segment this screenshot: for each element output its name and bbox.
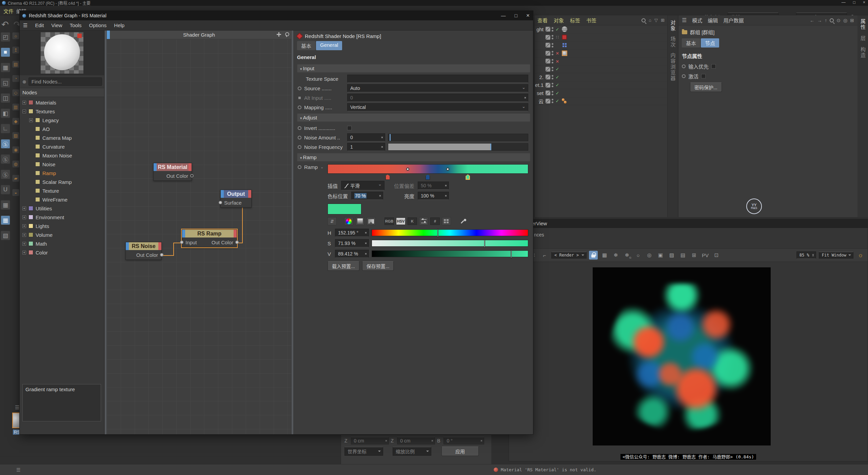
graph-node-output[interactable]: OutputSurface xyxy=(220,190,252,208)
maximize-button[interactable]: □ xyxy=(853,0,855,5)
object-row[interactable]: .2✓ xyxy=(535,73,667,81)
texture-mode-icon[interactable]: ▦ xyxy=(1,63,10,72)
menu-view[interactable]: View xyxy=(51,22,62,28)
visibility-dots[interactable] xyxy=(552,83,553,87)
visibility-dots[interactable] xyxy=(552,99,553,103)
lock-icon[interactable] xyxy=(589,251,598,260)
material-preview[interactable] xyxy=(41,32,83,74)
hsv-mode-button[interactable]: HSV xyxy=(396,217,406,225)
dots-4-icon[interactable]: ◒ xyxy=(12,189,19,196)
enable-state-icon[interactable]: ✓ xyxy=(555,82,560,88)
tree-item-maxon-noise[interactable]: Maxon Noise xyxy=(20,151,104,160)
gradient-editor[interactable] xyxy=(328,164,528,180)
workplane-icon[interactable]: ▦ xyxy=(1,200,10,210)
material-manager-menu-icon[interactable]: ☰ xyxy=(15,404,19,411)
compact-mode-icon[interactable]: ⇵ xyxy=(328,217,337,225)
apply-button[interactable]: 应用 xyxy=(441,446,479,456)
brightness-field[interactable]: 100 % xyxy=(418,192,449,200)
output-port[interactable] xyxy=(190,174,194,177)
environment-tag-icon[interactable] xyxy=(562,26,567,32)
keyframe-dot[interactable] xyxy=(298,136,301,139)
om-search-icon[interactable] xyxy=(642,18,646,22)
rgb-mode-button[interactable]: RGB xyxy=(384,217,394,225)
close-button[interactable]: × xyxy=(863,0,865,5)
load-preset-button[interactable]: 载入预置... xyxy=(328,261,359,271)
input-port[interactable] xyxy=(180,241,183,244)
tree-item-math[interactable]: +Math xyxy=(20,239,104,248)
expander-icon[interactable]: + xyxy=(29,118,33,122)
renderview-settings-gear-icon[interactable]: ☼ xyxy=(856,251,865,260)
add-image-icon[interactable]: ⊞ xyxy=(690,251,698,260)
object-row[interactable]: ∷ xyxy=(535,34,667,42)
interpolation-dropdown[interactable]: 平滑 xyxy=(341,181,384,190)
object-row[interactable]: × xyxy=(535,50,667,58)
brush-icon[interactable]: ◇ xyxy=(12,89,19,96)
graph-node-rs-ramp[interactable]: RS RampInputOut Color xyxy=(182,229,237,247)
tree-item-ramp[interactable]: Ramp xyxy=(20,169,104,177)
output-port[interactable] xyxy=(160,253,163,256)
xpresso-tag-icon[interactable] xyxy=(562,43,567,48)
b-field[interactable]: 0 ° xyxy=(443,437,484,444)
enable-state-icon[interactable]: ✓ xyxy=(555,98,560,103)
fit-window-dropdown[interactable]: Fit Window xyxy=(819,252,853,259)
visibility-dots[interactable] xyxy=(552,67,553,71)
layer-icon[interactable] xyxy=(546,43,550,48)
mapping-dropdown[interactable]: Vertical xyxy=(347,103,528,111)
snapshot-g-icon[interactable]: ❄G xyxy=(623,251,631,260)
tab-layers[interactable]: 层 xyxy=(859,36,866,41)
dots-1-icon[interactable]: ◉ xyxy=(12,146,19,153)
am-menu-mode[interactable]: 模式 xyxy=(692,17,702,24)
tab-takes[interactable]: 场次 xyxy=(669,36,676,48)
menu-tools[interactable]: Tools xyxy=(70,22,82,28)
activate-checkbox[interactable] xyxy=(701,74,706,78)
saturation-field[interactable]: 71.93 % xyxy=(335,239,369,247)
redshift-material-tag-icon[interactable] xyxy=(562,35,567,40)
tree-item-color[interactable]: +Color xyxy=(20,248,104,257)
clear-search-icon[interactable]: ⊗ xyxy=(22,79,26,84)
output-port[interactable] xyxy=(235,241,239,244)
object-row[interactable]: ✓ xyxy=(535,65,667,74)
hex-mode-button[interactable]: # xyxy=(430,217,440,225)
menu-edit[interactable]: Edit xyxy=(35,22,44,28)
rotate-tool-icon[interactable]: ◔ xyxy=(12,75,19,82)
source-dropdown[interactable]: Auto xyxy=(347,84,528,92)
noise-amount-field[interactable]: 0 xyxy=(347,133,385,141)
bias-field[interactable]: 50 % xyxy=(418,182,449,190)
selected-texture-tag-icon[interactable] xyxy=(562,51,567,56)
tab-object-manager[interactable]: 对象 xyxy=(669,20,676,32)
noise-frequency-field[interactable]: 1 xyxy=(347,143,385,151)
spectrum-icon[interactable] xyxy=(367,217,376,225)
tab-basic[interactable]: 基本 xyxy=(297,41,315,50)
edges-mode-icon[interactable]: ◫ xyxy=(1,93,10,103)
visibility-dots[interactable] xyxy=(552,59,553,63)
copy-icon[interactable]: ⊡ xyxy=(712,251,721,260)
texture-space-field[interactable] xyxy=(347,75,528,83)
zoom-level-field[interactable]: 85 % xyxy=(796,251,816,259)
tree-item-lights[interactable]: +Lights xyxy=(20,222,104,230)
menu-help[interactable]: Help xyxy=(114,22,124,28)
value-field[interactable]: 89.412 % xyxy=(335,250,369,258)
om-filter-icon[interactable]: ▽ xyxy=(654,18,658,23)
node-graph-canvas[interactable]: RS MaterialOut ColorOutputSurfaceRS Ramp… xyxy=(107,39,291,434)
object-row[interactable] xyxy=(535,41,667,50)
visibility-dots[interactable] xyxy=(552,35,553,39)
sgw-burger-icon[interactable]: ☰ xyxy=(23,22,27,28)
sliders-mode-icon[interactable] xyxy=(419,217,428,225)
hatch-icon[interactable]: ▨ xyxy=(667,251,676,260)
stop-position-field[interactable]: 70 % xyxy=(351,192,383,200)
layer-icon[interactable] xyxy=(546,83,550,88)
snapshot-icon[interactable]: ❄ xyxy=(611,251,620,260)
layer-icon[interactable] xyxy=(546,27,550,32)
statusbar-menu-icon[interactable]: ☰ xyxy=(16,467,21,473)
am-burger-icon[interactable]: ☰ xyxy=(682,17,687,23)
menu-options[interactable]: Options xyxy=(89,22,107,28)
pv-icon[interactable]: PV xyxy=(701,251,710,260)
crop-icon[interactable]: ⌐ xyxy=(540,251,549,260)
scale-tool-icon[interactable]: ▤ xyxy=(12,61,19,68)
kelvin-mode-button[interactable]: K xyxy=(408,217,417,225)
find-nodes-input[interactable] xyxy=(28,77,102,86)
enable-state-icon[interactable]: ✓ xyxy=(555,91,560,96)
pin-icon[interactable] xyxy=(284,32,289,37)
tree-item-utilities[interactable]: +Utilities xyxy=(20,204,104,213)
workplane-sync-icon[interactable]: ▧ xyxy=(1,231,10,240)
